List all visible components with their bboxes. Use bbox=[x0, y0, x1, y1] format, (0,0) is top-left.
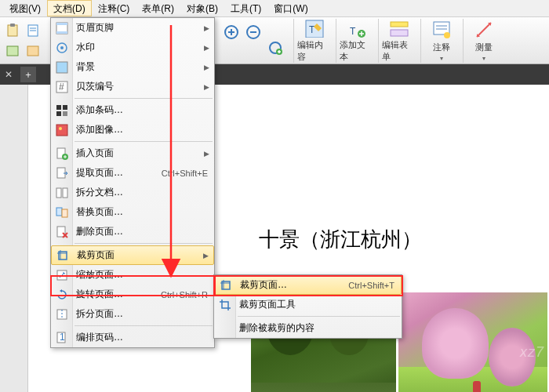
svg-rect-43 bbox=[56, 125, 67, 136]
mi-add-image[interactable]: 添加图像… bbox=[51, 120, 214, 140]
document-menu-dropdown: 页眉页脚▶ 水印▶ 背景▶ #贝茨编号▶ 添加条码… 添加图像… 插入页面▶ 提… bbox=[50, 17, 215, 348]
svg-rect-32 bbox=[56, 23, 67, 25]
extract-page-icon bbox=[55, 166, 69, 180]
mi-split-doc[interactable]: 拆分文档… bbox=[51, 183, 214, 202]
tb-btn-4[interactable] bbox=[24, 42, 42, 60]
mi-extract-page[interactable]: 提取页面…Ctrl+Shift+E bbox=[51, 163, 214, 183]
menu-document[interactable]: 文档(D) bbox=[47, 0, 92, 16]
zoom-in-icon[interactable] bbox=[223, 24, 242, 42]
mi-header-footer[interactable]: 页眉页脚▶ bbox=[51, 18, 214, 38]
svg-rect-50 bbox=[56, 188, 61, 198]
mi-add-barcode[interactable]: 添加条码… bbox=[51, 100, 214, 120]
tb-add-text[interactable]: T 添加文本 bbox=[336, 19, 376, 63]
rotate-page-icon bbox=[55, 288, 69, 302]
svg-marker-61 bbox=[60, 289, 62, 292]
tb-edit-form[interactable]: 编辑表单 bbox=[378, 19, 419, 63]
menu-annot[interactable]: 注释(C) bbox=[92, 0, 136, 16]
svg-text:T: T bbox=[309, 24, 315, 35]
smi-remove-crop[interactable]: 删除被裁剪的内容 bbox=[214, 318, 402, 338]
mi-bates[interactable]: #贝茨编号▶ bbox=[51, 77, 214, 96]
split-page-icon bbox=[55, 307, 69, 321]
zoom-add-icon[interactable] bbox=[267, 39, 285, 58]
menu-object[interactable]: 对象(B) bbox=[180, 0, 224, 16]
tb-edit-content[interactable]: T 编辑内容 bbox=[293, 19, 334, 63]
background-icon bbox=[55, 60, 69, 74]
tb-btn-doc[interactable] bbox=[24, 21, 42, 40]
crop-page-icon bbox=[56, 249, 70, 263]
add-text-icon: T bbox=[347, 19, 367, 38]
smi-crop-tool[interactable]: 裁剪页面工具 bbox=[214, 295, 402, 314]
svg-rect-6 bbox=[27, 46, 38, 56]
mi-insert-page[interactable]: 插入页面▶ bbox=[51, 143, 214, 163]
sidebar bbox=[0, 85, 28, 392]
mi-delete-page[interactable]: 删除页面… bbox=[51, 222, 214, 241]
svg-line-28 bbox=[477, 23, 491, 37]
svg-point-35 bbox=[60, 46, 64, 49]
mi-split-page[interactable]: 拆分页面… bbox=[51, 304, 214, 324]
mi-crop-page[interactable]: 裁剪页面▶ bbox=[51, 245, 214, 265]
mi-number-page[interactable]: 1编排页码… bbox=[51, 328, 214, 347]
mi-watermark[interactable]: 水印▶ bbox=[51, 38, 214, 57]
annotate-icon bbox=[431, 20, 452, 40]
menu-form[interactable]: 表单(R) bbox=[136, 0, 180, 16]
crop-submenu: 裁剪页面…Ctrl+Shift+T 裁剪页面工具 删除被裁剪的内容 bbox=[213, 274, 402, 339]
svg-rect-40 bbox=[63, 105, 67, 110]
bates-icon: # bbox=[55, 80, 69, 94]
zoom-page-icon bbox=[55, 268, 69, 282]
svg-point-27 bbox=[444, 32, 450, 38]
svg-rect-36 bbox=[56, 62, 67, 73]
tab-add-button[interactable]: ＋ bbox=[20, 67, 36, 82]
svg-rect-23 bbox=[391, 30, 408, 36]
watermark-icon bbox=[55, 41, 69, 55]
edit-content-icon: T bbox=[304, 19, 325, 38]
measure-icon bbox=[474, 20, 494, 40]
doc-image-2 bbox=[398, 292, 547, 392]
edit-form-icon bbox=[389, 19, 409, 38]
tb-annotate[interactable]: 注释 ▾ bbox=[420, 19, 461, 63]
svg-rect-22 bbox=[391, 22, 408, 27]
svg-rect-54 bbox=[57, 227, 65, 237]
svg-text:1: 1 bbox=[60, 332, 65, 343]
insert-page-icon bbox=[55, 147, 69, 161]
svg-rect-0 bbox=[8, 25, 17, 36]
menu-tools[interactable]: 工具(T) bbox=[224, 0, 267, 16]
svg-rect-41 bbox=[56, 111, 61, 116]
tb-btn-3[interactable] bbox=[3, 42, 22, 60]
doc-heading: 十景（浙江杭州） bbox=[259, 226, 422, 253]
tb-measure[interactable]: 测量 ▾ bbox=[463, 19, 504, 63]
barcode-icon bbox=[55, 103, 69, 118]
svg-rect-42 bbox=[63, 111, 67, 116]
menu-window[interactable]: 窗口(W) bbox=[267, 0, 314, 16]
svg-rect-51 bbox=[63, 188, 67, 198]
mi-zoom-page[interactable]: 缩放页面… bbox=[51, 265, 214, 285]
menubar: 视图(V) 文档(D) 注释(C) 表单(R) 对象(B) 工具(T) 窗口(W… bbox=[0, 0, 549, 17]
zoom-out-icon[interactable] bbox=[245, 24, 264, 42]
menu-view[interactable]: 视图(V) bbox=[3, 0, 47, 16]
crop-tool-icon bbox=[218, 298, 232, 312]
mi-replace-page[interactable]: 替换页面… bbox=[51, 202, 214, 222]
mi-rotate-page[interactable]: 旋转页面…Ctrl+Shift+R bbox=[51, 285, 214, 304]
svg-rect-33 bbox=[56, 31, 67, 34]
svg-text:T: T bbox=[350, 26, 356, 37]
header-footer-icon bbox=[55, 21, 69, 35]
tb-btn-clipboard[interactable] bbox=[3, 21, 22, 40]
smi-crop-page[interactable]: 裁剪页面…Ctrl+Shift+T bbox=[214, 275, 402, 295]
replace-page-icon bbox=[55, 205, 69, 220]
number-page-icon: 1 bbox=[55, 331, 69, 345]
crop-icon bbox=[219, 278, 233, 292]
svg-rect-5 bbox=[7, 46, 18, 56]
svg-text:#: # bbox=[59, 82, 64, 93]
svg-point-44 bbox=[59, 127, 62, 130]
split-doc-icon bbox=[55, 186, 69, 200]
svg-rect-39 bbox=[56, 105, 61, 110]
image-icon bbox=[55, 123, 69, 137]
svg-rect-52 bbox=[56, 208, 62, 216]
svg-rect-53 bbox=[62, 209, 67, 217]
delete-page-icon bbox=[55, 225, 69, 239]
tab-close-icon[interactable]: ✕ bbox=[5, 69, 16, 80]
svg-rect-1 bbox=[10, 24, 15, 27]
mi-background[interactable]: 背景▶ bbox=[51, 57, 214, 77]
